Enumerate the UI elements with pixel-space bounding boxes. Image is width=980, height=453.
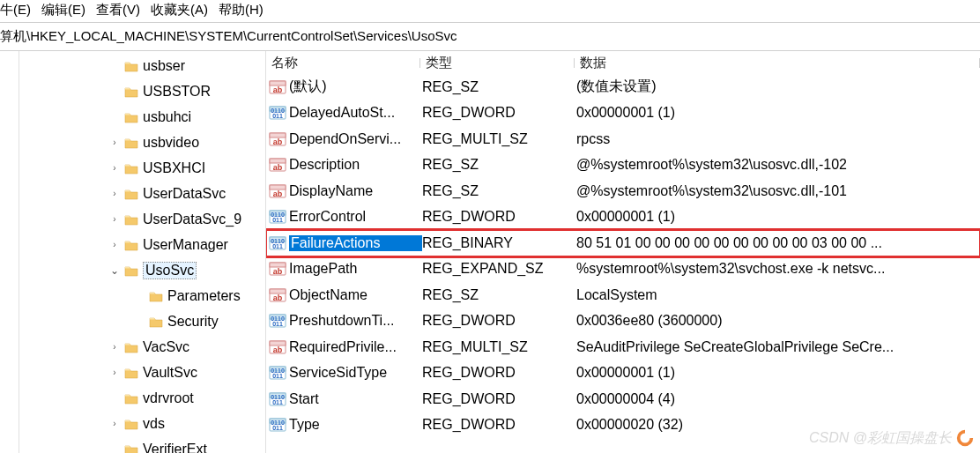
reg-string-icon: [268, 260, 287, 278]
tree-item-label: UserManager: [143, 237, 228, 253]
value-row[interactable]: ObjectNameREG_SZLocalSystem: [266, 282, 980, 308]
value-row[interactable]: DelayedAutoSt...REG_DWORD0x00000001 (1): [266, 100, 980, 127]
tree-item-usermanager[interactable]: ›UserManager: [19, 232, 265, 257]
value-data: rpcss: [576, 131, 980, 147]
folder-icon: [123, 417, 139, 431]
menu-help[interactable]: 帮助(H): [219, 2, 264, 19]
folder-icon: [123, 85, 139, 99]
chevron-right-icon[interactable]: ›: [108, 137, 122, 147]
value-type: REG_BINARY: [422, 235, 576, 251]
reg-string-icon: [268, 156, 287, 174]
value-row[interactable]: ErrorControlREG_DWORD0x00000001 (1): [266, 204, 980, 231]
value-row[interactable]: DisplayNameREG_SZ@%systemroot%\system32\…: [266, 178, 980, 204]
tree-item-label: vdrvroot: [143, 390, 194, 406]
value-type: REG_SZ: [422, 157, 576, 173]
tree-item-userdatasvc_9[interactable]: ›UserDataSvc_9: [19, 206, 265, 232]
chevron-right-icon[interactable]: ›: [108, 163, 122, 173]
tree-item-vds[interactable]: ›vds: [19, 411, 265, 436]
watermark-text: CSDN @彩虹国操盘长: [809, 429, 952, 448]
tree-item-label: VaultSvc: [143, 365, 197, 381]
tree-item-vdrvroot[interactable]: vdrvroot: [19, 385, 265, 411]
menu-file[interactable]: 牛(E): [0, 2, 31, 19]
value-name: FailureActions: [289, 235, 422, 251]
tree-item-label: Security: [167, 314, 219, 330]
address-bar[interactable]: 算机\HKEY_LOCAL_MACHINE\SYSTEM\CurrentCont…: [0, 23, 980, 51]
value-row[interactable]: DependOnServi...REG_MULTI_SZrpcss: [266, 126, 980, 152]
value-name: ObjectName: [289, 287, 422, 303]
value-data: %systemroot%\system32\svchost.exe -k net…: [576, 261, 980, 277]
tree-item-usbser[interactable]: usbser: [19, 53, 265, 78]
tree-item-usosvc[interactable]: ⌄UsoSvc: [19, 257, 265, 283]
folder-icon: [123, 264, 139, 278]
value-type: REG_MULTI_SZ: [422, 339, 576, 355]
value-type: REG_EXPAND_SZ: [422, 261, 576, 277]
chevron-right-icon[interactable]: ›: [108, 240, 122, 249]
tree-item-security[interactable]: Security: [19, 308, 265, 334]
chevron-right-icon[interactable]: ›: [108, 342, 122, 352]
value-row[interactable]: (默认)REG_SZ(数值未设置): [266, 74, 980, 100]
value-data: @%systemroot%\system32\usosvc.dll,-101: [576, 183, 980, 199]
watermark: CSDN @彩虹国操盘长: [809, 428, 975, 448]
value-row[interactable]: RequiredPrivile...REG_MULTI_SZSeAuditPri…: [266, 334, 980, 360]
reg-binary-icon: [268, 208, 287, 226]
value-type: REG_DWORD: [422, 313, 576, 329]
value-row[interactable]: ServiceSidTypeREG_DWORD0x00000001 (1): [266, 360, 980, 387]
value-type: REG_SZ: [422, 183, 576, 199]
value-name: Type: [289, 417, 422, 433]
value-data: SeAuditPrivilege SeCreateGlobalPrivilege…: [576, 339, 980, 355]
value-row[interactable]: DescriptionREG_SZ@%systemroot%\system32\…: [266, 152, 980, 179]
value-row[interactable]: FailureActionsREG_BINARY80 51 01 00 00 0…: [266, 230, 980, 256]
folder-icon: [123, 136, 139, 150]
tree-item-parameters[interactable]: Parameters: [19, 283, 265, 308]
value-row[interactable]: PreshutdownTi...REG_DWORD0x0036ee80 (360…: [266, 308, 980, 335]
value-data: @%systemroot%\system32\usosvc.dll,-102: [576, 157, 980, 173]
value-data: 0x00000001 (1): [576, 105, 980, 121]
tree-item-usbxhci[interactable]: ›USBXHCI: [19, 155, 265, 181]
folder-icon: [123, 442, 139, 454]
value-name: (默认): [289, 78, 422, 96]
reg-string-icon: [268, 286, 287, 304]
reg-binary-icon: [268, 390, 287, 408]
chevron-right-icon[interactable]: ›: [108, 419, 122, 428]
header-type[interactable]: 类型: [420, 55, 575, 71]
watermark-logo-icon: [955, 428, 975, 448]
value-type: REG_DWORD: [422, 417, 576, 433]
value-row[interactable]: StartREG_DWORD0x00000004 (4): [266, 386, 980, 412]
folder-icon: [123, 59, 139, 73]
tree-item-vacsvc[interactable]: ›VacSvc: [19, 334, 265, 360]
menu-favorites[interactable]: 收藏夹(A): [151, 2, 208, 19]
folder-icon: [123, 340, 139, 354]
tree-item-label: USBSTOR: [143, 84, 211, 100]
header-data[interactable]: 数据: [575, 55, 980, 71]
value-name: DependOnServi...: [289, 131, 422, 147]
header-name[interactable]: 名称: [266, 55, 420, 71]
tree-item-usbstor[interactable]: USBSTOR: [19, 78, 265, 104]
tree-item-usbvideo[interactable]: ›usbvideo: [19, 130, 265, 155]
reg-binary-icon: [268, 234, 287, 252]
tree-item-usbuhci[interactable]: usbuhci: [19, 104, 265, 130]
chevron-right-icon[interactable]: ›: [108, 189, 122, 198]
tree-item-verifierext[interactable]: VerifierExt: [19, 436, 265, 453]
value-data: 80 51 01 00 00 00 00 00 00 00 00 00 03 0…: [576, 235, 980, 251]
folder-icon: [123, 161, 139, 175]
value-name: PreshutdownTi...: [289, 313, 422, 329]
menu-view[interactable]: 查看(V): [96, 2, 140, 19]
chevron-right-icon[interactable]: ›: [108, 368, 122, 377]
reg-binary-icon: [268, 312, 287, 330]
value-data: 0x00000004 (4): [576, 391, 980, 407]
reg-binary-icon: [268, 104, 287, 122]
menu-bar: 牛(E) 编辑(E) 查看(V) 收藏夹(A) 帮助(H): [0, 0, 980, 23]
tree-item-label: usbser: [143, 58, 185, 74]
chevron-down-icon[interactable]: ⌄: [108, 264, 122, 277]
registry-tree[interactable]: usbserUSBSTORusbuhci›usbvideo›USBXHCI›Us…: [19, 51, 266, 453]
value-name: Description: [289, 157, 422, 173]
value-type: REG_SZ: [422, 79, 576, 95]
menu-edit[interactable]: 编辑(E): [41, 2, 85, 19]
value-row[interactable]: ImagePathREG_EXPAND_SZ%systemroot%\syste…: [266, 256, 980, 283]
reg-string-icon: [268, 338, 287, 356]
tree-item-userdatasvc[interactable]: ›UserDataSvc: [19, 181, 265, 206]
registry-values-list[interactable]: 名称 类型 数据 (默认)REG_SZ(数值未设置)DelayedAutoSt.…: [266, 51, 980, 453]
chevron-right-icon[interactable]: ›: [108, 214, 122, 224]
tree-item-label: Parameters: [167, 288, 241, 304]
tree-item-vaultsvc[interactable]: ›VaultSvc: [19, 360, 265, 385]
